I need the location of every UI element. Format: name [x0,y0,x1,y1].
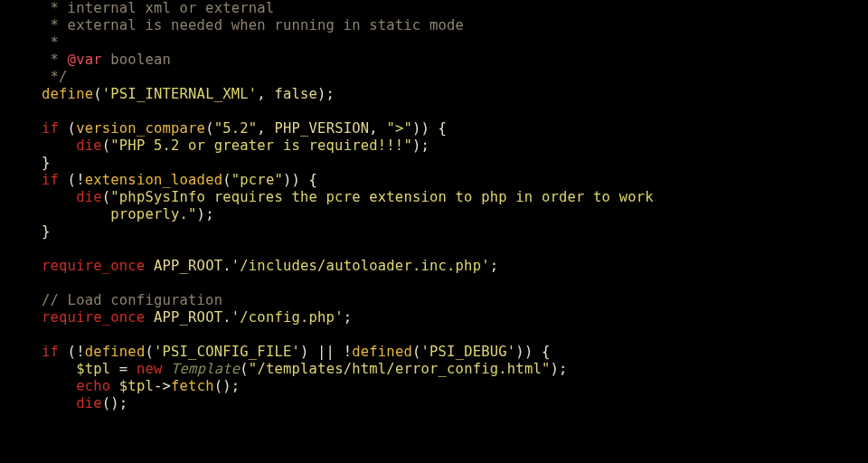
code-line: die("PHP 5.2 or greater is required!!!")… [42,137,429,154]
string-literal: "PHP 5.2 or greater is required!!!" [110,137,412,154]
comment-line: * @var boolean [42,52,171,68]
brace: } [42,223,51,240]
code-line: require_once APP_ROOT.'/config.php'; [42,309,352,326]
phpdoc-tag: @var [68,52,102,68]
comment-line: * [42,34,59,51]
comment-line: // Load configuration [42,292,222,308]
keyword-require: require_once [42,258,145,274]
class-name: Template [171,361,240,377]
code-line: properly."); [42,206,214,222]
keyword-new: new [137,361,163,377]
code-line: define('PSI_INTERNAL_XML', false); [42,86,335,102]
function-call: defined [85,344,146,360]
function-call: extension_loaded [85,172,223,188]
keyword-echo: echo [76,378,110,394]
string-literal: 'PSI_INTERNAL_XML' [102,86,258,102]
code-line: require_once APP_ROOT.'/includes/autoloa… [42,258,498,274]
variable: $tpl [76,361,110,377]
method-call: fetch [171,378,214,394]
constant: false [274,86,317,102]
code-line: $tpl = new Template("/templates/html/err… [42,361,568,377]
keyword-die: die [76,137,102,154]
code-line: if (!defined('PSI_CONFIG_FILE') || !defi… [42,344,551,360]
comment-line: */ [42,69,68,85]
function-call: define [42,86,93,102]
code-line: die("phpSysInfo requires the pcre extens… [42,189,654,205]
function-call: version_compare [76,120,205,137]
code-line: die(); [42,395,127,411]
brace: } [42,155,51,171]
code-line: echo $tpl->fetch(); [42,378,240,394]
code-editor[interactable]: * internal xml or external * external is… [0,0,868,412]
comment-line: * internal xml or external [42,0,274,16]
code-line: if (version_compare("5.2", PHP_VERSION, … [42,120,447,137]
keyword-if: if [42,120,59,137]
comment-line: * external is needed when running in sta… [42,17,464,33]
code-line: if (!extension_loaded("pcre")) { [42,172,317,188]
